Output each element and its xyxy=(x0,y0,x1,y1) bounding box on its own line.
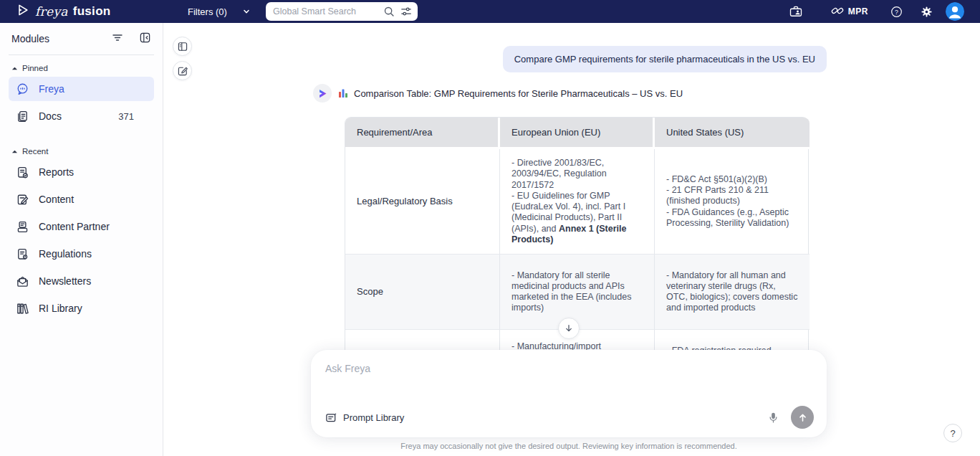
section-recent-label: Recent xyxy=(22,147,48,156)
sidebar-item-docs[interactable]: Docs 371 xyxy=(9,104,154,128)
row-eu-cell: - Mandatory for all sterile medicinal pr… xyxy=(500,255,655,330)
brand-name-freya: freya xyxy=(35,4,68,19)
new-chat-button[interactable] xyxy=(173,61,192,80)
sidebar-item-ri-library[interactable]: RI Library xyxy=(9,296,154,320)
sidebar-item-label: Docs xyxy=(39,110,62,122)
bar-chart-icon xyxy=(338,88,348,98)
modules-sidebar: Modules Pinned Freya Docs 371 Recent xyxy=(0,23,163,456)
app-logo[interactable]: freya fusion xyxy=(16,0,111,23)
microphone-icon[interactable] xyxy=(767,412,779,424)
toggle-chat-panel-button[interactable] xyxy=(173,37,192,56)
search-filters-icon[interactable] xyxy=(400,6,412,17)
sidebar-divider xyxy=(9,54,154,55)
regulations-icon xyxy=(16,247,29,261)
sidebar-item-content[interactable]: Content xyxy=(9,187,154,212)
search-icon[interactable] xyxy=(383,6,395,17)
brand-name-fusion: fusion xyxy=(73,4,111,19)
user-avatar[interactable] xyxy=(946,2,964,21)
row-eu-cell: - Directive 2001/83/EC, 2003/94/EC, Regu… xyxy=(500,149,655,255)
row-us-cell: - FD&C Act §501(a)(2)(B) - 21 CFR Parts … xyxy=(655,149,810,255)
collapse-sidebar-icon[interactable] xyxy=(139,32,151,47)
sidebar-item-content-partner[interactable]: Content Partner xyxy=(9,214,154,239)
sidebar-item-label: Newsletters xyxy=(39,275,91,287)
prompt-library-icon xyxy=(325,412,337,424)
sidebar-item-label: Regulations xyxy=(39,248,92,260)
help-floating-button[interactable]: ? xyxy=(943,424,962,442)
sidebar-item-label: Freya xyxy=(39,83,64,95)
sidebar-item-newsletters[interactable]: Newsletters xyxy=(9,269,154,293)
column-header: Requirement/Area xyxy=(345,118,500,149)
send-button[interactable] xyxy=(791,406,814,429)
sidebar-item-label: Reports xyxy=(39,166,74,178)
table-row: Scope - Mandatory for all sterile medici… xyxy=(345,255,810,330)
table-row: Legal/Regulatory Basis - Directive 2001/… xyxy=(345,149,810,255)
modules-filter-icon[interactable] xyxy=(112,32,123,46)
row-area-cell: Legal/Regulatory Basis xyxy=(345,149,500,255)
arrow-down-icon xyxy=(564,323,574,333)
top-navbar: freya fusion Filters (0) MPR ? xyxy=(0,0,980,23)
sidebar-item-label: Content xyxy=(39,194,74,205)
sidebar-item-freya[interactable]: Freya xyxy=(9,77,154,101)
prompt-library-button[interactable]: Prompt Library xyxy=(325,412,404,424)
settings-gear-icon[interactable] xyxy=(921,6,933,18)
library-books-icon xyxy=(16,302,29,315)
content-edit-icon xyxy=(16,193,29,206)
sidebar-item-reports[interactable]: Reports xyxy=(9,160,154,184)
response-title: Comparison Table: GMP Requirements for S… xyxy=(354,88,683,99)
disclaimer-text: Freya may occasionally not give the desi… xyxy=(311,442,827,450)
section-pinned[interactable]: Pinned xyxy=(11,64,151,72)
filters-button[interactable]: Filters (0) xyxy=(188,0,227,23)
content-partner-icon xyxy=(16,220,29,234)
global-search xyxy=(266,2,418,21)
compose-icon xyxy=(177,65,188,77)
user-message-bubble: Compare GMP requirements for sterile pha… xyxy=(503,46,827,72)
section-pinned-label: Pinned xyxy=(22,64,48,72)
freya-assistant-avatar xyxy=(313,84,332,103)
ask-freya-composer: Prompt Library xyxy=(311,350,827,437)
arrow-up-icon xyxy=(797,412,808,423)
column-header: European Union (EU) xyxy=(500,118,655,149)
sidebar-title: Modules xyxy=(11,33,112,44)
help-icon[interactable]: ? xyxy=(890,5,903,19)
docs-icon xyxy=(16,110,29,123)
newsletter-envelope-icon xyxy=(16,275,29,288)
caret-up-icon xyxy=(11,148,18,154)
panel-toggle-icon xyxy=(177,41,188,52)
ask-freya-input[interactable] xyxy=(325,363,812,400)
mpr-links-icon xyxy=(830,4,845,20)
scroll-down-button[interactable] xyxy=(558,318,580,339)
row-us-cell: - Mandatory for all human and veterinary… xyxy=(655,255,810,330)
filters-chevron-down-icon[interactable] xyxy=(242,0,251,23)
section-recent[interactable]: Recent xyxy=(11,147,151,156)
column-header: United States (US) xyxy=(655,118,810,149)
sidebar-item-regulations[interactable]: Regulations xyxy=(9,242,154,266)
docs-count-badge: 371 xyxy=(118,111,134,122)
prompt-library-label: Prompt Library xyxy=(343,412,404,423)
caret-up-icon xyxy=(11,65,18,71)
report-document-icon xyxy=(16,166,29,179)
table-header-row: Requirement/Area European Union (EU) Uni… xyxy=(345,118,810,149)
sidebar-item-label: Content Partner xyxy=(39,221,110,232)
chat-main-area: Compare GMP requirements for sterile pha… xyxy=(164,23,980,456)
chat-bubble-icon xyxy=(16,82,29,96)
workspace-briefcase-icon[interactable] xyxy=(789,4,803,19)
mpr-label: MPR xyxy=(848,6,868,16)
freya-logo-icon xyxy=(16,3,30,20)
sidebar-item-label: RI Library xyxy=(39,303,82,314)
mpr-button[interactable]: MPR xyxy=(830,4,868,20)
svg-text:?: ? xyxy=(895,8,898,15)
row-area-cell: Scope xyxy=(345,255,500,330)
search-input[interactable] xyxy=(273,6,383,16)
